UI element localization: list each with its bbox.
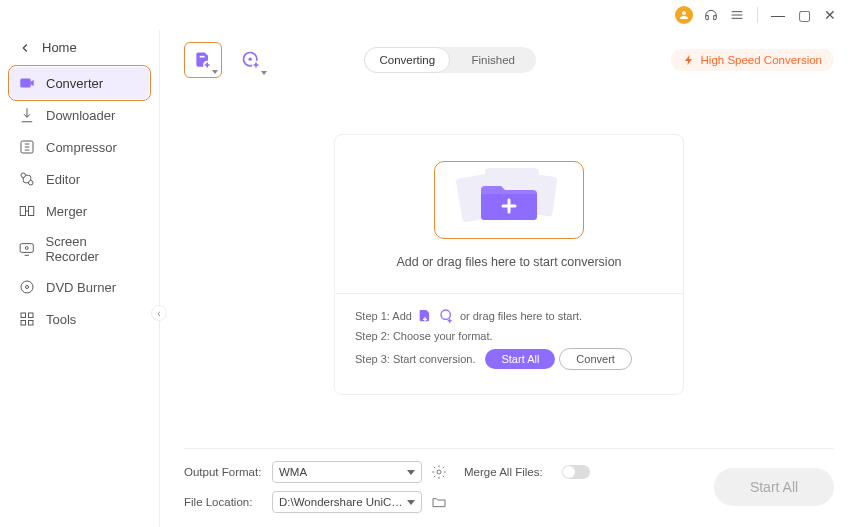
sidebar-item-label: DVD Burner [46, 280, 116, 295]
sidebar-collapse-button[interactable]: ‹ [151, 305, 167, 321]
start-all-main-button[interactable]: Start All [714, 468, 834, 506]
sidebar-item-label: Screen Recorder [45, 234, 141, 264]
tab-finished[interactable]: Finished [450, 47, 536, 73]
support-icon[interactable] [703, 7, 719, 23]
settings-gear-icon[interactable] [430, 463, 448, 481]
svg-rect-6 [20, 244, 33, 253]
sidebar-item-editor[interactable]: Editor [0, 163, 159, 195]
sidebar-item-label: Editor [46, 172, 80, 187]
add-disc-icon [439, 308, 455, 324]
divider [335, 293, 683, 294]
hamburger-menu-icon[interactable] [729, 7, 745, 23]
file-location-value: D:\Wondershare UniConverter 1 [279, 496, 407, 508]
sidebar-item-label: Downloader [46, 108, 115, 123]
title-bar: — ▢ ✕ [0, 0, 850, 30]
home-label: Home [42, 40, 77, 55]
sidebar-item-merger[interactable]: Merger [0, 195, 159, 227]
add-file-icon [417, 308, 433, 324]
sidebar-item-label: Compressor [46, 140, 117, 155]
start-all-button[interactable]: Start All [485, 349, 555, 369]
svg-point-7 [25, 247, 28, 250]
merge-label: Merge All Files: [464, 466, 554, 478]
svg-point-19 [437, 470, 441, 474]
chevron-down-icon [407, 500, 415, 505]
svg-rect-10 [21, 313, 26, 318]
file-location-select[interactable]: D:\Wondershare UniConverter 1 [272, 491, 422, 513]
svg-point-18 [441, 310, 450, 319]
merger-icon [18, 202, 36, 220]
sidebar-item-label: Converter [46, 76, 103, 91]
sidebar-item-downloader[interactable]: Downloader [0, 99, 159, 131]
file-location-label: File Location: [184, 496, 264, 508]
step-3: Step 3: Start conversion. Start All Conv… [355, 348, 663, 370]
high-speed-label: High Speed Conversion [701, 54, 822, 66]
sidebar: Home Converter Downloader Compressor Edi… [0, 30, 160, 527]
merge-toggle[interactable] [562, 465, 590, 479]
sidebar-item-compressor[interactable]: Compressor [0, 131, 159, 163]
svg-rect-5 [29, 207, 34, 216]
add-disc-button[interactable] [232, 42, 270, 78]
svg-rect-11 [29, 313, 34, 318]
output-format-value: WMA [279, 466, 307, 478]
downloader-icon [18, 106, 36, 124]
svg-point-2 [21, 173, 26, 178]
toolbar: Converting Finished High Speed Conversio… [184, 40, 834, 80]
high-speed-button[interactable]: High Speed Conversion [671, 49, 834, 71]
tab-converting[interactable]: Converting [364, 47, 450, 73]
compressor-icon [18, 138, 36, 156]
drop-panel: Add or drag files here to start conversi… [334, 134, 684, 395]
window-maximize-button[interactable]: ▢ [796, 7, 812, 23]
svg-rect-0 [20, 79, 31, 88]
tools-icon [18, 310, 36, 328]
svg-rect-4 [20, 207, 25, 216]
sidebar-item-dvd-burner[interactable]: DVD Burner [0, 271, 159, 303]
editor-icon [18, 170, 36, 188]
open-folder-icon[interactable] [430, 493, 448, 511]
converter-icon [18, 74, 36, 92]
output-format-select[interactable]: WMA [272, 461, 422, 483]
output-format-label: Output Format: [184, 466, 264, 478]
svg-point-8 [21, 281, 33, 293]
sidebar-item-tools[interactable]: Tools [0, 303, 159, 335]
svg-point-9 [26, 286, 29, 289]
svg-point-3 [29, 181, 34, 186]
divider [757, 7, 758, 23]
convert-button[interactable]: Convert [559, 348, 632, 370]
user-avatar-icon[interactable] [675, 6, 693, 24]
main-area: Converting Finished High Speed Conversio… [160, 30, 850, 527]
sidebar-item-label: Merger [46, 204, 87, 219]
drop-prompt: Add or drag files here to start conversi… [355, 255, 663, 269]
home-button[interactable]: Home [0, 36, 159, 67]
sidebar-item-converter[interactable]: Converter [10, 67, 149, 99]
sidebar-item-screen-recorder[interactable]: Screen Recorder [0, 227, 159, 271]
step-2: Step 2: Choose your format. [355, 330, 663, 342]
drop-zone[interactable] [434, 161, 584, 239]
chevron-down-icon [212, 70, 218, 74]
screen-recorder-icon [18, 240, 35, 258]
step-1: Step 1: Add or drag files here to start. [355, 308, 663, 324]
window-minimize-button[interactable]: — [770, 7, 786, 23]
svg-rect-13 [29, 321, 34, 326]
folder-illustration [459, 170, 559, 230]
window-close-button[interactable]: ✕ [822, 7, 838, 23]
dvd-burner-icon [18, 278, 36, 296]
svg-point-16 [249, 58, 252, 61]
svg-rect-12 [21, 321, 26, 326]
chevron-down-icon [407, 470, 415, 475]
sidebar-item-label: Tools [46, 312, 76, 327]
chevron-down-icon [261, 71, 267, 75]
tab-group: Converting Finished [364, 47, 536, 73]
add-file-button[interactable] [184, 42, 222, 78]
bottom-bar: Output Format: WMA Merge All Files: Star… [184, 448, 834, 513]
